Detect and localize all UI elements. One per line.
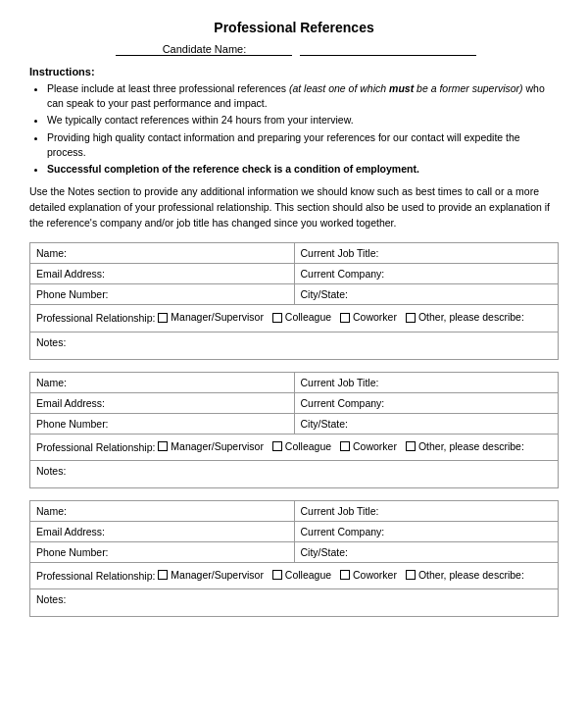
ref1-manager-checkbox-group[interactable]: Manager/Supervisor	[158, 309, 264, 326]
ref1-colleague-checkbox[interactable]	[272, 313, 282, 323]
ref2-notes-row: Notes:	[30, 460, 559, 487]
ref1-manager-checkbox[interactable]	[158, 313, 168, 323]
ref3-manager-checkbox-group[interactable]: Manager/Supervisor	[158, 567, 264, 584]
ref3-email-row: Email Address: Current Company:	[30, 521, 559, 541]
ref3-city-label: City/State:	[294, 541, 559, 562]
ref1-city-label: City/State:	[294, 284, 559, 305]
ref2-phone-label: Phone Number:	[30, 413, 295, 434]
ref2-manager-checkbox[interactable]	[158, 441, 168, 451]
ref2-relationship-label: Professional Relationship:	[36, 441, 155, 453]
ref2-relationship-row: Professional Relationship: Manager/Super…	[30, 434, 559, 460]
ref1-coworker-checkbox-group[interactable]: Coworker	[340, 309, 397, 326]
ref1-coworker-checkbox[interactable]	[340, 313, 350, 323]
ref3-colleague-label: Colleague	[285, 567, 331, 584]
ref1-relationship-label: Professional Relationship:	[36, 313, 155, 325]
ref2-colleague-checkbox-group[interactable]: Colleague	[272, 438, 331, 455]
instruction-2: We typically contact references within 2…	[47, 113, 559, 128]
instruction-4: Successful completion of the reference c…	[47, 162, 559, 177]
reference-1-table: Name: Current Job Title: Email Address: …	[29, 242, 559, 359]
ref2-company-label: Current Company:	[294, 392, 559, 413]
reference-2-table: Name: Current Job Title: Email Address: …	[29, 372, 559, 488]
ref1-other-label: Other, please describe:	[418, 309, 524, 326]
notes-paragraph: Use the Notes section to provide any add…	[29, 184, 559, 230]
ref1-relationship-cell: Professional Relationship: Manager/Super…	[30, 305, 559, 332]
ref3-colleague-checkbox-group[interactable]: Colleague	[272, 567, 331, 584]
ref3-email-label: Email Address:	[30, 521, 295, 541]
ref3-name-row: Name: Current Job Title:	[30, 500, 559, 521]
ref2-name-row: Name: Current Job Title:	[30, 372, 559, 392]
instruction-1: Please include at least three profession…	[47, 81, 559, 110]
instruction-3: Providing high quality contact informati…	[47, 130, 559, 159]
ref3-job-title-label: Current Job Title:	[294, 500, 559, 521]
ref3-phone-row: Phone Number: City/State:	[30, 541, 559, 562]
ref3-notes-row: Notes:	[30, 588, 559, 616]
ref2-job-title-label: Current Job Title:	[294, 372, 559, 392]
ref2-phone-row: Phone Number: City/State:	[30, 413, 559, 434]
ref1-name-row: Name: Current Job Title:	[30, 243, 559, 264]
ref3-coworker-label: Coworker	[353, 567, 397, 584]
ref2-email-label: Email Address:	[30, 392, 295, 413]
ref1-phone-label: Phone Number:	[30, 284, 295, 305]
ref3-other-checkbox-group[interactable]: Other, please describe:	[406, 567, 524, 584]
ref1-coworker-label: Coworker	[353, 309, 397, 326]
ref3-coworker-checkbox-group[interactable]: Coworker	[340, 567, 397, 584]
ref3-coworker-checkbox[interactable]	[340, 570, 350, 580]
ref2-relationship-cell: Professional Relationship: Manager/Super…	[30, 434, 559, 460]
ref1-relationship-row: Professional Relationship: Manager/Super…	[30, 305, 559, 332]
ref1-other-checkbox[interactable]	[406, 313, 416, 323]
ref3-company-label: Current Company:	[294, 521, 559, 541]
ref2-notes-label: Notes:	[30, 460, 559, 487]
instructions-label: Instructions:	[29, 66, 559, 77]
ref2-coworker-checkbox[interactable]	[340, 441, 350, 451]
ref3-manager-checkbox[interactable]	[158, 570, 168, 580]
instructions-list: Please include at least three profession…	[29, 81, 559, 177]
ref2-coworker-checkbox-group[interactable]: Coworker	[340, 438, 397, 455]
ref1-notes-label: Notes:	[30, 332, 559, 359]
ref1-name-label: Name:	[30, 243, 295, 264]
candidate-line: Candidate Name:	[29, 43, 559, 56]
ref1-colleague-checkbox-group[interactable]: Colleague	[272, 309, 331, 326]
ref1-manager-label: Manager/Supervisor	[171, 309, 264, 326]
ref3-colleague-checkbox[interactable]	[272, 570, 282, 580]
ref3-relationship-cell: Professional Relationship: Manager/Super…	[30, 562, 559, 588]
ref2-manager-checkbox-group[interactable]: Manager/Supervisor	[158, 438, 264, 455]
ref2-coworker-label: Coworker	[353, 438, 397, 455]
ref2-email-row: Email Address: Current Company:	[30, 392, 559, 413]
ref1-company-label: Current Company:	[294, 264, 559, 284]
ref1-email-row: Email Address: Current Company:	[30, 264, 559, 284]
ref2-colleague-label: Colleague	[285, 438, 331, 455]
ref3-relationship-label: Professional Relationship:	[36, 570, 155, 582]
ref2-colleague-checkbox[interactable]	[272, 441, 282, 451]
ref2-other-checkbox[interactable]	[406, 441, 416, 451]
ref3-notes-label: Notes:	[30, 588, 559, 616]
ref1-other-checkbox-group[interactable]: Other, please describe:	[406, 309, 524, 326]
candidate-name-underline	[300, 43, 476, 56]
candidate-label: Candidate Name:	[116, 43, 292, 56]
ref2-city-label: City/State:	[294, 413, 559, 434]
ref2-other-label: Other, please describe:	[418, 438, 524, 455]
ref3-manager-label: Manager/Supervisor	[171, 567, 264, 584]
ref1-colleague-label: Colleague	[285, 309, 331, 326]
ref2-manager-label: Manager/Supervisor	[171, 438, 264, 455]
ref3-other-label: Other, please describe:	[418, 567, 524, 584]
reference-3-table: Name: Current Job Title: Email Address: …	[29, 500, 559, 617]
ref3-relationship-row: Professional Relationship: Manager/Super…	[30, 562, 559, 588]
ref1-notes-row: Notes:	[30, 332, 559, 359]
ref3-other-checkbox[interactable]	[406, 570, 416, 580]
ref2-other-checkbox-group[interactable]: Other, please describe:	[406, 438, 524, 455]
ref2-name-label: Name:	[30, 372, 295, 392]
ref1-job-title-label: Current Job Title:	[294, 243, 559, 264]
page-title: Professional References	[29, 20, 559, 35]
ref3-phone-label: Phone Number:	[30, 541, 295, 562]
ref1-email-label: Email Address:	[30, 264, 295, 284]
ref1-phone-row: Phone Number: City/State:	[30, 284, 559, 305]
ref3-name-label: Name:	[30, 500, 295, 521]
